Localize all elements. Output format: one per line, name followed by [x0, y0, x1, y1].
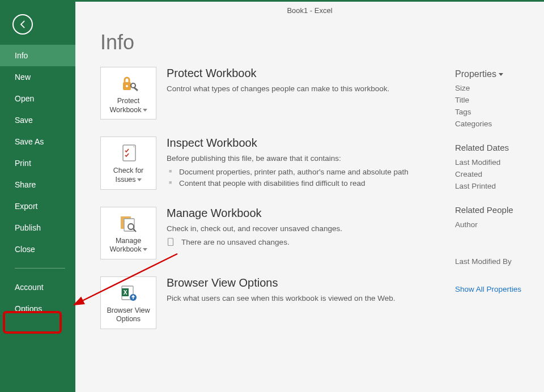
browser-view-options-tile[interactable]: X Browser View Options — [100, 276, 156, 329]
excel-upload-icon: X — [117, 283, 140, 303]
back-arrow-icon — [17, 19, 28, 30]
sidebar-item-account[interactable]: Account — [0, 276, 75, 298]
sidebar-item-print[interactable]: Print — [0, 152, 75, 174]
inspect-workbook-desc: Before publishing this file, be aware th… — [167, 153, 452, 164]
protect-workbook-tile[interactable]: Protect Workbook — [100, 67, 156, 120]
list-item: Content that people with disabilities fi… — [167, 178, 452, 189]
manage-workbook-icon — [117, 213, 140, 233]
sidebar-item-publish[interactable]: Publish — [0, 217, 75, 238]
svg-rect-4 — [123, 145, 135, 161]
prop-size: Size — [455, 84, 540, 92]
browser-view-options-desc: Pick what users can see when this workbo… — [167, 293, 452, 304]
prop-title: Title — [455, 96, 540, 104]
manage-workbook-title: Manage Workbook — [167, 207, 452, 220]
manage-workbook-tile-label: Manage Workbook — [103, 237, 154, 254]
back-button[interactable] — [12, 14, 33, 35]
svg-text:X: X — [123, 289, 127, 296]
page-title: Info — [100, 31, 544, 54]
protect-workbook-tile-label: Protect Workbook — [103, 97, 154, 114]
related-people-heading: Related People — [455, 205, 540, 215]
check-for-issues-tile[interactable]: Check for Issues — [100, 137, 156, 189]
lock-key-icon — [117, 73, 140, 93]
prop-last-modified: Last Modified — [455, 158, 540, 167]
prop-author: Author — [455, 220, 540, 229]
sidebar-item-save[interactable]: Save — [0, 109, 75, 131]
check-for-issues-tile-label: Check for Issues — [103, 167, 154, 184]
prop-last-printed: Last Printed — [455, 182, 540, 190]
backstage-main: Book1 - Excel Info — [75, 2, 544, 392]
browser-view-options-tile-label: Browser View Options — [103, 306, 154, 324]
related-dates-heading: Related Dates — [455, 143, 540, 152]
svg-rect-3 — [133, 87, 138, 91]
prop-tags: Tags — [455, 108, 540, 116]
sidebar-item-open[interactable]: Open — [0, 88, 75, 109]
sidebar-nav: Info New Open Save Save As Print Share E… — [0, 45, 75, 319]
backstage-sidebar: Info New Open Save Save As Print Share E… — [0, 2, 75, 392]
document-icon — [167, 237, 176, 246]
protect-workbook-desc: Control what types of changes people can… — [167, 83, 452, 95]
manage-workbook-desc: Check in, check out, and recover unsaved… — [167, 223, 452, 235]
sidebar-item-save-as[interactable]: Save As — [0, 131, 75, 152]
svg-point-1 — [126, 85, 128, 87]
sidebar-divider — [15, 268, 65, 269]
manage-workbook-tile[interactable]: Manage Workbook — [100, 207, 156, 259]
no-unsaved-changes: There are no unsaved changes. — [167, 237, 452, 246]
protect-workbook-title: Protect Workbook — [167, 67, 452, 80]
sidebar-item-info[interactable]: Info — [0, 45, 75, 66]
section-inspect-workbook: Check for Issues Inspect Workbook Before… — [100, 137, 452, 189]
list-item: Document properties, printer path, autho… — [167, 167, 452, 178]
sidebar-item-close[interactable]: Close — [0, 238, 75, 260]
show-all-properties-link[interactable]: Show All Properties — [455, 285, 540, 293]
section-browser-view-options: X Browser View Options Browser View Opti… — [100, 276, 452, 329]
browser-view-options-title: Browser View Options — [167, 276, 452, 289]
sidebar-item-export[interactable]: Export — [0, 195, 75, 217]
inspect-workbook-list: Document properties, printer path, autho… — [167, 167, 452, 190]
window-title: Book1 - Excel — [75, 2, 544, 15]
prop-created: Created — [455, 170, 540, 178]
sidebar-item-share[interactable]: Share — [0, 174, 75, 195]
prop-categories: Categories — [455, 120, 540, 128]
sidebar-item-new[interactable]: New — [0, 66, 75, 88]
section-manage-workbook: Manage Workbook Manage Workbook Check in… — [100, 207, 452, 259]
sidebar-item-options[interactable]: Options — [0, 298, 75, 319]
checklist-icon — [117, 143, 140, 163]
section-protect-workbook: Protect Workbook Protect Workbook Contro… — [100, 67, 452, 120]
inspect-workbook-title: Inspect Workbook — [167, 137, 452, 150]
properties-heading[interactable]: Properties — [455, 69, 540, 79]
prop-last-modified-by: Last Modified By — [455, 257, 540, 266]
properties-panel: Properties Size Title Tags Categories Re… — [455, 67, 540, 346]
